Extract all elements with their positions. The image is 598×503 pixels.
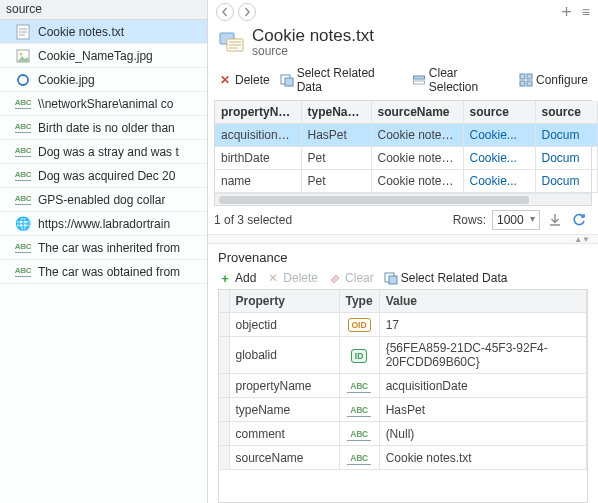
source-item[interactable]: ABCGPS-enabled dog collar xyxy=(0,188,207,212)
svg-rect-13 xyxy=(285,78,293,86)
abc-icon: ABC xyxy=(14,168,32,184)
source-item[interactable]: ABCThe car was inherited from xyxy=(0,236,207,260)
nav-forward-button[interactable] xyxy=(238,3,256,21)
source-item-label: Dog was a stray and was t xyxy=(38,145,179,159)
data-grid-header-row: propertyNametypeNamesourceNamesourcesour… xyxy=(215,101,598,124)
prov-row[interactable]: typeNameABCHasPet xyxy=(219,398,587,422)
prov-property-cell[interactable]: typeName xyxy=(229,398,339,422)
grid-cell[interactable]: Pet xyxy=(301,170,371,193)
nav-back-button[interactable] xyxy=(216,3,234,21)
grid-cell[interactable]: Cookie... xyxy=(463,170,535,193)
prov-rowhead-col xyxy=(219,290,229,313)
export-button[interactable] xyxy=(546,211,564,229)
prov-select-related-action[interactable]: Select Related Data xyxy=(384,271,508,285)
source-item[interactable]: ABCThe car was obtained from xyxy=(0,260,207,284)
grid-cell[interactable]: Cookie... xyxy=(463,124,535,147)
document-subtitle: source xyxy=(252,44,374,58)
grid-header-cell[interactable]: propertyName xyxy=(215,101,301,124)
horizontal-scrollbar[interactable] xyxy=(215,193,591,205)
grid-cell[interactable]: Cookie notes... xyxy=(371,170,463,193)
grid-header-cell[interactable]: source xyxy=(463,101,535,124)
delete-action[interactable]: ✕ Delete xyxy=(218,73,270,87)
data-grid: propertyNametypeNamesourceNamesourcesour… xyxy=(214,100,592,206)
source-item[interactable]: Cookie.jpg xyxy=(0,68,207,92)
prov-property-cell[interactable]: sourceName xyxy=(229,446,339,470)
source-item[interactable]: ABCBirth date is no older than xyxy=(0,116,207,140)
source-item-label: The car was obtained from xyxy=(38,265,180,279)
source-item[interactable]: ABCDog was acquired Dec 20 xyxy=(0,164,207,188)
prov-col-property[interactable]: Property xyxy=(229,290,339,313)
prov-rowhead[interactable] xyxy=(219,337,229,374)
prov-row[interactable]: objectidOID17 xyxy=(219,313,587,337)
select-related-action[interactable]: Select Related Data xyxy=(280,66,402,94)
prov-row[interactable]: globalidID{56FEA859-21DC-45F3-92F4-20FCD… xyxy=(219,337,587,374)
prov-property-cell[interactable]: globalid xyxy=(229,337,339,374)
grid-cell[interactable]: acquisitionD... xyxy=(215,124,301,147)
source-item-label: Birth date is no older than xyxy=(38,121,175,135)
source-item[interactable]: 🌐https://www.labradortrain xyxy=(0,212,207,236)
toolbar-top: + ≡ xyxy=(208,0,598,24)
arrow-right-icon xyxy=(242,7,252,17)
prov-value-cell[interactable]: Cookie notes.txt xyxy=(379,446,586,470)
grid-cell[interactable]: Cookie notes... xyxy=(371,124,463,147)
grid-header-cell[interactable]: typeName xyxy=(301,101,371,124)
prov-value-cell[interactable]: (Null) xyxy=(379,422,586,446)
prov-property-cell[interactable]: propertyName xyxy=(229,374,339,398)
prov-col-type[interactable]: Type xyxy=(339,290,379,313)
refresh-button[interactable] xyxy=(570,211,588,229)
prov-col-value[interactable]: Value xyxy=(379,290,586,313)
prov-property-cell[interactable]: comment xyxy=(229,422,339,446)
provenance-actions: + Add ✕ Delete Clear Selec xyxy=(218,271,588,285)
grid-cell[interactable]: Docum xyxy=(535,147,597,170)
grid-cell[interactable]: Docum xyxy=(535,170,597,193)
prov-property-cell[interactable]: objectid xyxy=(229,313,339,337)
prov-delete-label: Delete xyxy=(283,271,318,285)
rows-input[interactable]: 1000 xyxy=(492,210,540,230)
grid-row[interactable]: namePetCookie notes...Cookie...Docum▾ xyxy=(215,170,598,193)
prov-value-cell[interactable]: HasPet xyxy=(379,398,586,422)
document-header: Cookie notes.txt source xyxy=(208,24,598,62)
abc-icon: ABC xyxy=(14,120,32,136)
grid-header-cell[interactable]: sourceName xyxy=(371,101,463,124)
source-item[interactable]: Cookie notes.txt xyxy=(0,20,207,44)
configure-label: Configure xyxy=(536,73,588,87)
svg-rect-18 xyxy=(520,81,525,86)
clear-selection-action[interactable]: Clear Selection xyxy=(412,66,509,94)
prov-type-cell: OID xyxy=(339,313,379,337)
prov-rowhead[interactable] xyxy=(219,398,229,422)
prov-row[interactable]: commentABC(Null) xyxy=(219,422,587,446)
prov-rowhead[interactable] xyxy=(219,446,229,470)
source-item[interactable]: ABCDog was a stray and was t xyxy=(0,140,207,164)
prov-type-cell: ABC xyxy=(339,446,379,470)
grid-row[interactable]: birthDatePetCookie notes...Cookie...Docu… xyxy=(215,147,598,170)
prov-type-cell: ABC xyxy=(339,422,379,446)
prov-value-cell[interactable]: 17 xyxy=(379,313,586,337)
grid-cell[interactable]: Pet xyxy=(301,147,371,170)
source-item[interactable]: Cookie_NameTag.jpg xyxy=(0,44,207,68)
menu-button[interactable]: ≡ xyxy=(582,5,590,19)
prov-add-action[interactable]: + Add xyxy=(218,271,256,285)
grid-cell[interactable]: HasPet xyxy=(301,124,371,147)
grid-cell[interactable]: Docum xyxy=(535,124,597,147)
panel-splitter[interactable]: ▲▼ xyxy=(208,234,598,244)
abc-icon: ABC xyxy=(14,144,32,160)
add-button[interactable]: + xyxy=(561,3,572,21)
prov-rowhead[interactable] xyxy=(219,313,229,337)
prov-row[interactable]: sourceNameABCCookie notes.txt xyxy=(219,446,587,470)
provenance-grid: Property Type Value objectidOID17globali… xyxy=(218,289,588,503)
prov-row[interactable]: propertyNameABCacquisitionDate xyxy=(219,374,587,398)
grid-cell[interactable]: Cookie... xyxy=(463,147,535,170)
scrollbar-thumb[interactable] xyxy=(219,196,529,204)
prov-value-cell[interactable]: {56FEA859-21DC-45F3-92F4-20FCDD69B60C} xyxy=(379,337,586,374)
text-file-icon xyxy=(14,24,32,40)
grid-cell[interactable]: Cookie notes... xyxy=(371,147,463,170)
grid-cell[interactable]: name xyxy=(215,170,301,193)
grid-cell[interactable]: birthDate xyxy=(215,147,301,170)
prov-rowhead[interactable] xyxy=(219,374,229,398)
prov-rowhead[interactable] xyxy=(219,422,229,446)
configure-action[interactable]: Configure xyxy=(519,73,588,87)
source-item[interactable]: ABC\\networkShare\animal co xyxy=(0,92,207,116)
grid-row[interactable]: acquisitionD...HasPetCookie notes...Cook… xyxy=(215,124,598,147)
prov-value-cell[interactable]: acquisitionDate xyxy=(379,374,586,398)
grid-header-cell[interactable]: source xyxy=(535,101,597,124)
